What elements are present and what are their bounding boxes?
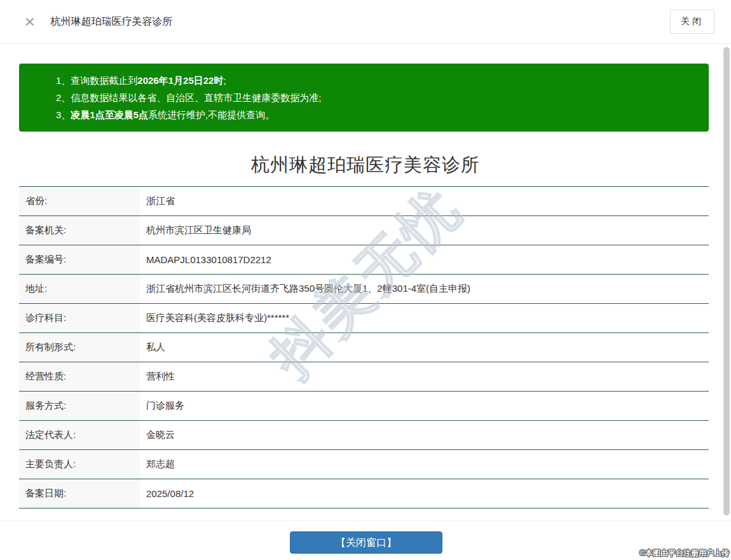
table-row: 法定代表人: 金晓云 bbox=[19, 421, 709, 450]
notice-line: 2、信息数据结果以各省、自治区、直辖市卫生健康委数据为准; bbox=[56, 89, 696, 106]
table-row: 所有制形式: 私人 bbox=[19, 333, 709, 362]
table-row: 省份: 浙江省 bbox=[19, 187, 709, 216]
close-button[interactable]: 关闭 bbox=[670, 10, 714, 34]
field-value: 医疗美容科(美容皮肤科专业)****** bbox=[140, 304, 709, 332]
field-label: 省份: bbox=[19, 187, 140, 215]
field-value: MADAPJL0133010817D2212 bbox=[140, 245, 709, 274]
field-value: 2025/08/12 bbox=[140, 479, 709, 508]
info-table: 省份: 浙江省 备案机关: 杭州市滨江区卫生健康局 备案编号: MADAPJL0… bbox=[19, 186, 709, 509]
table-row: 主要负责人: 郑志超 bbox=[19, 450, 709, 479]
field-label: 经营性质: bbox=[19, 362, 140, 391]
field-value: 金晓云 bbox=[140, 421, 709, 449]
field-value: 门诊服务 bbox=[140, 392, 709, 420]
notice-line: 1、查询数据截止到2026年1月25日22时; bbox=[56, 72, 696, 89]
field-label: 地址: bbox=[19, 275, 140, 303]
field-value: 浙江省杭州市滨江区长河街道齐飞路350号圆伦大厦1、2幢301-4室(自主申报) bbox=[140, 275, 709, 303]
field-value: 私人 bbox=[140, 333, 709, 362]
field-value: 营利性 bbox=[140, 362, 709, 391]
notice-banner: 1、查询数据截止到2026年1月25日22时; 2、信息数据结果以各省、自治区、… bbox=[19, 64, 709, 132]
bottom-divider bbox=[0, 521, 731, 521]
page-title: 杭州琳超珀瑞医疗美容诊所 bbox=[0, 153, 731, 178]
table-row: 服务方式: 门诊服务 bbox=[19, 392, 709, 421]
field-value: 郑志超 bbox=[140, 450, 709, 479]
field-label: 备案日期: bbox=[19, 479, 140, 508]
scrollbar-thumb[interactable] bbox=[723, 47, 730, 516]
upload-credit-text: ©本图由平台注册用户上传 bbox=[639, 548, 729, 559]
table-row: 备案日期: 2025/08/12 bbox=[19, 479, 709, 509]
table-row: 地址: 浙江省杭州市滨江区长河街道齐飞路350号圆伦大厦1、2幢301-4室(自… bbox=[19, 275, 709, 304]
field-label: 备案机关: bbox=[19, 216, 140, 245]
field-label: 主要负责人: bbox=[19, 450, 140, 479]
top-bar: ✕ 杭州琳超珀瑞医疗美容诊所 关闭 bbox=[0, 0, 731, 44]
close-window-button[interactable]: 【关闭窗口】 bbox=[290, 531, 442, 554]
window-title: 杭州琳超珀瑞医疗美容诊所 bbox=[51, 15, 173, 29]
field-label: 备案编号: bbox=[19, 245, 140, 274]
notice-line: 3、凌晨1点至凌晨5点系统进行维护,不能提供查询。 bbox=[56, 106, 696, 123]
field-label: 所有制形式: bbox=[19, 333, 140, 362]
table-row: 经营性质: 营利性 bbox=[19, 362, 709, 392]
field-value: 杭州市滨江区卫生健康局 bbox=[140, 216, 709, 245]
field-label: 诊疗科目: bbox=[19, 304, 140, 332]
field-label: 服务方式: bbox=[19, 392, 140, 420]
close-x-icon[interactable]: ✕ bbox=[24, 15, 36, 29]
table-row: 备案编号: MADAPJL0133010817D2212 bbox=[19, 245, 709, 275]
table-row: 诊疗科目: 医疗美容科(美容皮肤科专业)****** bbox=[19, 304, 709, 333]
field-label: 法定代表人: bbox=[19, 421, 140, 449]
table-row: 备案机关: 杭州市滨江区卫生健康局 bbox=[19, 216, 709, 245]
field-value: 浙江省 bbox=[140, 187, 709, 215]
